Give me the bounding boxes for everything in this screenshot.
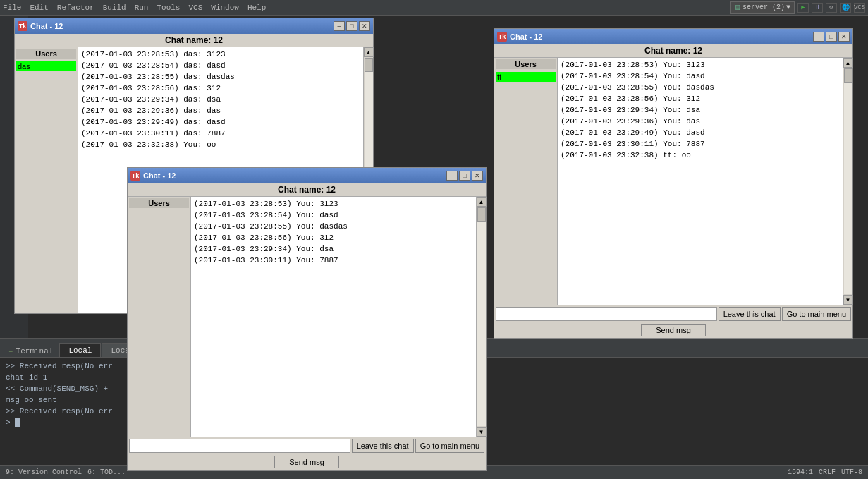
msg-3-6: (2017-01-03 23:30:11) You: 7887	[194, 255, 473, 266]
chat-footer-3: Leave this chat Go to main menu Send msg	[128, 437, 486, 470]
chat-controls-1[interactable]: – □ ✕	[334, 21, 370, 31]
run-button[interactable]: ▶	[797, 3, 809, 13]
maximize-btn-1[interactable]: □	[346, 21, 357, 31]
scroll-thumb-2[interactable]	[844, 68, 852, 83]
maximize-btn-2[interactable]: □	[826, 32, 837, 42]
scroll-thumb-1[interactable]	[365, 58, 373, 72]
leave-chat-btn-2[interactable]: Leave this chat	[719, 307, 781, 321]
scrollbar-3[interactable]: ▲ ▼	[476, 197, 486, 437]
send-msg-btn-2[interactable]: Send msg	[641, 324, 706, 336]
menu-help[interactable]: Help	[247, 4, 266, 12]
msg-2-8: (2017-01-03 23:30:11) You: 7887	[561, 138, 840, 150]
msg-2-4: (2017-01-03 23:28:56) You: 312	[561, 93, 840, 104]
vcs-button[interactable]: VCS	[854, 3, 865, 13]
chat-window-2: Tk Chat - 12 – □ ✕ Chat name: 12 Users t…	[494, 28, 853, 339]
scrollbar-2[interactable]: ▲ ▼	[843, 58, 852, 305]
msg-1-2: (2017-01-03 23:28:54) das: dasd	[81, 60, 360, 71]
menu-window[interactable]: Window	[211, 4, 239, 12]
user-item-tt[interactable]: tt	[496, 72, 556, 82]
chat-footer-2: Leave this chat Go to main menu Send msg	[494, 305, 852, 338]
tab-local[interactable]: Local	[59, 343, 101, 357]
menu-run[interactable]: Run	[135, 4, 149, 12]
scroll-up-2[interactable]: ▲	[843, 58, 853, 68]
status-version-control[interactable]: 9: Version Control	[6, 468, 82, 476]
msg-2-3: (2017-01-03 23:28:55) You: dasdas	[561, 82, 840, 93]
users-label-1: Users	[16, 49, 76, 59]
chat-window-1-titlebar[interactable]: Tk Chat - 12 – □ ✕	[15, 18, 373, 34]
chat-messages-2[interactable]: (2017-01-03 23:28:53) You: 3123 (2017-01…	[558, 58, 843, 305]
msg-1-5: (2017-01-03 23:29:34) das: dsa	[81, 94, 360, 105]
users-label-2: Users	[496, 59, 556, 69]
terminal-icon: – Terminal	[3, 346, 59, 357]
chat-title-1: Tk Chat - 12	[18, 21, 63, 31]
menu-build[interactable]: Build	[103, 4, 126, 12]
msg-1-8: (2017-01-03 23:30:11) das: 7887	[81, 128, 360, 139]
scroll-down-3[interactable]: ▼	[477, 427, 487, 437]
debug-button[interactable]: ⏸	[812, 3, 823, 13]
users-panel-3: Users	[128, 197, 191, 437]
users-panel-2: Users tt	[494, 58, 558, 305]
scroll-track-2	[844, 68, 852, 294]
leave-chat-btn-3[interactable]: Leave this chat	[352, 439, 414, 453]
scroll-thumb-3[interactable]	[477, 207, 486, 222]
menu-tools[interactable]: Tools	[157, 4, 180, 12]
msg-1-6: (2017-01-03 23:29:36) das: das	[81, 105, 360, 116]
msg-3-2: (2017-01-03 23:28:54) You: dasd	[194, 210, 473, 221]
chat-controls-3[interactable]: – □ ✕	[446, 171, 483, 181]
menu-refactor[interactable]: Refactor	[57, 4, 94, 12]
msg-1-1: (2017-01-03 23:28:53) das: 3123	[81, 49, 360, 60]
users-panel-1: Users das	[15, 47, 78, 313]
server-dropdown-icon: ▼	[786, 4, 790, 11]
msg-3-4: (2017-01-03 23:28:56) You: 312	[194, 232, 473, 243]
msg-3-5: (2017-01-03 23:29:34) You: dsa	[194, 243, 473, 255]
chat-name-2: Chat name: 12	[494, 44, 852, 58]
scroll-up-3[interactable]: ▲	[477, 197, 487, 207]
chat-input-2[interactable]	[496, 307, 717, 321]
main-menu-btn-2[interactable]: Go to main menu	[782, 307, 851, 321]
chat-name-1: Chat name: 12	[15, 34, 373, 47]
chat-controls-2[interactable]: – □ ✕	[813, 32, 850, 42]
status-position: 1594:1	[788, 468, 813, 476]
msg-1-7: (2017-01-03 23:29:49) das: dasd	[81, 116, 360, 128]
msg-1-9: (2017-01-03 23:32:38) You: oo	[81, 139, 360, 150]
build-button[interactable]: ⚙	[826, 3, 837, 13]
server-dropdown[interactable]: 🖥 server (2) ▼	[730, 1, 795, 14]
scroll-up-1[interactable]: ▲	[364, 47, 374, 57]
minimize-btn-2[interactable]: –	[813, 32, 824, 42]
status-todo[interactable]: 6: TOD...	[87, 468, 126, 476]
top-menu-bar: File Edit Refactor Build Run Tools VCS W…	[0, 0, 868, 16]
scroll-down-2[interactable]: ▼	[843, 295, 853, 305]
users-label-3: Users	[129, 198, 189, 208]
close-btn-3[interactable]: ✕	[472, 171, 483, 181]
msg-3-3: (2017-01-03 23:28:55) You: dasdas	[194, 221, 473, 232]
chat-window-2-titlebar[interactable]: Tk Chat - 12 – □ ✕	[494, 29, 852, 44]
chat-icon-3: Tk	[130, 171, 140, 181]
chat-body-3: Users (2017-01-03 23:28:53) You: 3123 (2…	[128, 197, 486, 437]
chat-title-2: Tk Chat - 12	[497, 32, 542, 42]
chat-icon-2: Tk	[497, 32, 507, 42]
chat-body-2: Users tt (2017-01-03 23:28:53) You: 3123…	[494, 58, 852, 305]
send-msg-btn-3[interactable]: Send msg	[274, 456, 339, 468]
msg-2-7: (2017-01-03 23:29:49) You: dasd	[561, 127, 840, 138]
msg-2-5: (2017-01-03 23:29:34) You: dsa	[561, 104, 840, 116]
close-btn-1[interactable]: ✕	[359, 21, 370, 31]
menu-vcs[interactable]: VCS	[188, 4, 202, 12]
close-btn-2[interactable]: ✕	[838, 32, 850, 42]
chat-input-3[interactable]	[129, 439, 350, 453]
globe-button[interactable]: 🌐	[840, 3, 851, 13]
menu-edit[interactable]: Edit	[30, 4, 48, 12]
chat-icon-1: Tk	[18, 21, 27, 31]
user-item-das[interactable]: das	[16, 61, 76, 71]
msg-2-1: (2017-01-03 23:28:53) You: 3123	[561, 59, 840, 71]
chat-messages-3[interactable]: (2017-01-03 23:28:53) You: 3123 (2017-01…	[191, 197, 476, 437]
menu-file[interactable]: File	[3, 4, 21, 12]
msg-2-2: (2017-01-03 23:28:54) You: dasd	[561, 71, 840, 82]
minimize-btn-1[interactable]: –	[334, 21, 345, 31]
minimize-btn-3[interactable]: –	[446, 171, 458, 181]
chat-window-3-titlebar[interactable]: Tk Chat - 12 – □ ✕	[128, 168, 486, 183]
msg-1-4: (2017-01-03 23:28:56) das: 312	[81, 83, 360, 94]
main-menu-btn-3[interactable]: Go to main menu	[415, 439, 484, 453]
maximize-btn-3[interactable]: □	[459, 171, 470, 181]
server-icon: 🖥	[734, 4, 741, 12]
send-row-2: Send msg	[494, 322, 852, 338]
